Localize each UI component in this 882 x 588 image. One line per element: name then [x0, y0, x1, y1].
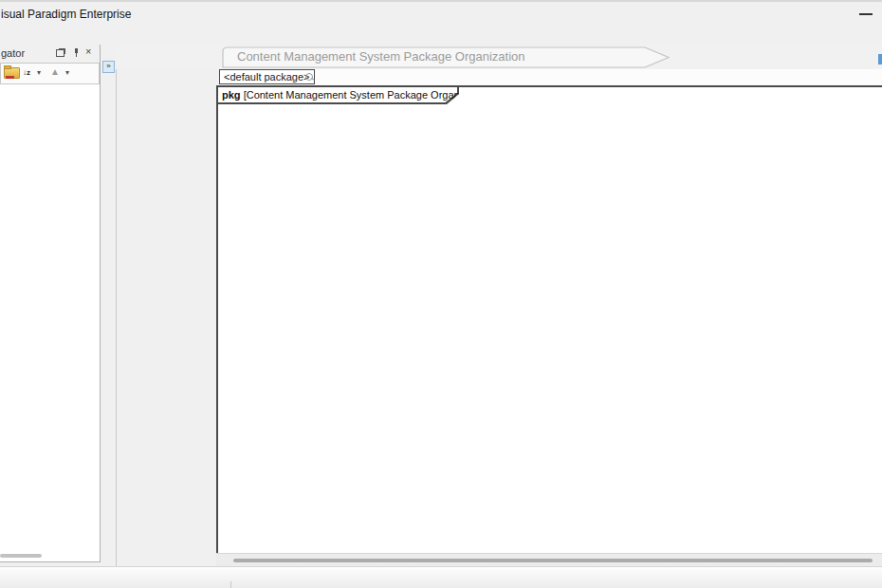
close-icon[interactable]: × — [85, 46, 91, 57]
sort-icon[interactable]: ↓z — [23, 64, 30, 78]
status-bar — [0, 566, 882, 588]
model-folder-icon[interactable] — [4, 67, 20, 79]
canvas-horizontal-scrollbar[interactable] — [216, 553, 882, 567]
tab-scroll-icon[interactable] — [878, 54, 882, 64]
diagram-palette — [116, 69, 219, 566]
tab-active-label[interactable]: Content Management System Package Organi… — [237, 49, 525, 64]
navigator-header: gator × — [0, 45, 100, 63]
frame-label: pkg [Content Management System Package O… — [218, 87, 459, 104]
menu-bar — [0, 25, 882, 45]
collapse-icon[interactable]: ▲ — [50, 66, 60, 77]
window-title: isual Paradigm Enterprise — [1, 8, 131, 21]
breadcrumb-row: <default package> — [218, 69, 882, 85]
pin-icon[interactable] — [73, 48, 81, 57]
panel-strip: » — [101, 45, 116, 566]
navigator-toolbar: ↓z ▾ ▲ ▾ — [0, 63, 100, 84]
sort-dropdown-icon[interactable]: ▾ — [37, 68, 41, 77]
title-bar: isual Paradigm Enterprise — [0, 0, 882, 27]
navigator-horizontal-scrollbar[interactable] — [0, 554, 42, 558]
breadcrumb-default-package[interactable]: <default package> — [219, 69, 315, 84]
navigator-panel: gator × ↓z ▾ ▲ ▾ — [0, 45, 101, 562]
frame-keyword: pkg — [222, 89, 241, 101]
diagram-canvas[interactable]: pkg [Content Management System Package O… — [216, 85, 882, 555]
search-icon[interactable] — [305, 73, 313, 81]
navigator-title: gator — [1, 47, 25, 59]
minimize-icon[interactable] — [859, 13, 873, 15]
overflow-icon[interactable]: » — [102, 61, 115, 73]
diagram-tab-bar: Content Management System Package Organi… — [116, 45, 882, 69]
restore-icon[interactable] — [56, 49, 64, 57]
frame-title: [Content Management System Package Organ… — [244, 89, 493, 101]
diagram-list — [0, 83, 100, 588]
scrollbar-thumb[interactable] — [233, 559, 873, 562]
collapse-dropdown-icon[interactable]: ▾ — [65, 68, 69, 77]
